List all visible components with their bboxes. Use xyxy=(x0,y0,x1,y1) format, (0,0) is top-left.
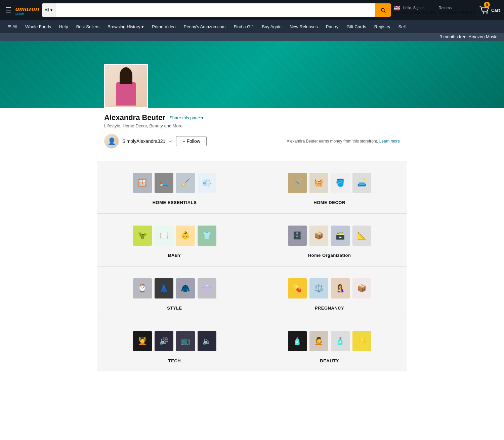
nav-item-browsing-history[interactable]: Browsing History ▾ xyxy=(104,22,147,31)
nav-item-best-sellers[interactable]: Best Sellers xyxy=(73,22,103,31)
hamburger-menu[interactable]: ☰ xyxy=(4,5,13,15)
category-label-beauty: BEAUTY xyxy=(320,358,339,363)
category-label-home-essentials: HOME ESSENTIALS xyxy=(153,200,197,205)
cat-img-shelf: 🗄️ xyxy=(288,226,307,246)
nav-item-find-gift[interactable]: Find a Gift xyxy=(230,22,257,31)
nav-find-gift-label: Find a Gift xyxy=(234,24,254,29)
category-images-tech: 💆 🔊 📺 🔈 xyxy=(133,329,216,353)
prime-top-label xyxy=(460,6,476,10)
nav-item-sell[interactable]: Sell xyxy=(395,22,409,31)
nav-item-prime-video[interactable]: Prime Video xyxy=(149,22,179,31)
language-label: EN xyxy=(394,11,399,15)
categories-section: 🪟 🛏️ 🧹 💨 HOME ESSENTIALS 🚿 🧺 🪣 🛋️ HOME D… xyxy=(97,154,407,378)
header-top: ☰ amazon prime All ▾ 🇺🇸 EN Hello, Sign i… xyxy=(0,0,504,20)
cat-img-alexa: 🔊 xyxy=(155,331,173,351)
profile-tagline: Lifestyle, Home Decor, Beauty and More xyxy=(104,123,400,128)
cat-img-basket: 🧺 xyxy=(309,173,328,193)
category-style[interactable]: ⌚ 👗 🧥 👚 STYLE xyxy=(97,267,252,319)
cart-block[interactable]: 0 Cart xyxy=(478,4,500,16)
cat-img-vitamins: 💊 xyxy=(288,278,307,298)
cat-img-top: 👗 xyxy=(155,278,173,298)
cat-img-scale: ⚖️ xyxy=(309,278,328,298)
logo-text: amazon xyxy=(15,5,39,12)
promo-bar: 3 months free: Amazon Music xyxy=(0,33,504,41)
cat-img-rack2: 🗃️ xyxy=(331,226,350,246)
cat-img-bedding: 🛋️ xyxy=(352,173,371,193)
search-icon xyxy=(380,7,386,13)
returns-block[interactable]: Returns & Orders xyxy=(439,6,458,15)
returns-bottom-label: & Orders xyxy=(439,10,458,15)
follow-button[interactable]: + Follow xyxy=(176,136,207,146)
avatar-small: 👤 xyxy=(104,134,119,149)
category-images-home-essentials: 🪟 🛏️ 🧹 💨 xyxy=(133,171,216,195)
cat-img-baby: 👶 xyxy=(176,226,195,246)
category-tech[interactable]: 💆 🔊 📺 🔈 TECH xyxy=(97,319,252,371)
profile-banner xyxy=(0,41,504,108)
prime-block[interactable]: Prime ▾ xyxy=(460,6,476,15)
cat-img-echo: 🔈 xyxy=(198,331,216,351)
cat-img-drawer: 📦 xyxy=(309,226,328,246)
profile-photo-banner xyxy=(104,64,148,108)
nav-item-help[interactable]: Help xyxy=(56,22,72,31)
language-selector[interactable]: 🇺🇸 EN xyxy=(393,5,400,15)
affiliate-learn-more-link[interactable]: Learn more xyxy=(379,139,400,144)
nav-item-gift-cards[interactable]: Gift Cards xyxy=(343,22,370,31)
nav-item-new-releases[interactable]: New Releases xyxy=(286,22,321,31)
search-input[interactable] xyxy=(55,3,375,17)
cat-img-dino: 🦖 xyxy=(133,226,152,246)
cat-img-plate: 🍽️ xyxy=(155,226,173,246)
profile-name-row: Alexandra Beuter Share this page ▾ xyxy=(104,113,400,122)
prime-label: prime xyxy=(15,12,24,15)
profile-name: Alexandra Beuter xyxy=(104,113,165,122)
nav-item-whole-foods[interactable]: Whole Foods xyxy=(22,22,54,31)
category-images-home-organization: 🗄️ 📦 🗃️ 📐 xyxy=(288,224,371,247)
search-button[interactable] xyxy=(375,3,391,17)
affiliate-text: Alexandra Beuter earns money from this s… xyxy=(287,139,378,144)
nav-pennys-label: Penny's Amazon.com xyxy=(184,24,226,29)
nav-browsing-history-label: Browsing History ▾ xyxy=(108,24,144,29)
svg-point-0 xyxy=(483,12,484,13)
category-images-beauty: 🧴 💆 🧴 🌟 xyxy=(288,329,371,353)
nav-item-all[interactable]: ☰ All xyxy=(4,22,20,31)
category-beauty[interactable]: 🧴 💆 🧴 🌟 BEAUTY xyxy=(252,319,407,371)
cat-img-blind: 🪟 xyxy=(133,173,152,193)
cat-img-pullover: 👚 xyxy=(198,278,216,298)
category-label-style: STYLE xyxy=(167,306,182,311)
cat-img-lady: 🤱 xyxy=(331,278,350,298)
category-pregnancy[interactable]: 💊 ⚖️ 🤱 📦 PREGNANCY xyxy=(252,267,407,319)
nav-item-buy-again[interactable]: Buy Again xyxy=(258,22,285,31)
nav-item-registry[interactable]: Registry xyxy=(371,22,394,31)
nav-item-pantry[interactable]: Pantry xyxy=(323,22,342,31)
nav-prime-video-label: Prime Video xyxy=(152,24,176,29)
cat-img-air: 💨 xyxy=(198,173,216,193)
cat-img-lotion: 🌟 xyxy=(352,331,371,351)
search-category-arrow: ▾ xyxy=(50,8,52,12)
category-home-essentials[interactable]: 🪟 🛏️ 🧹 💨 HOME ESSENTIALS xyxy=(97,161,252,213)
nav-best-sellers-label: Best Sellers xyxy=(76,24,99,29)
category-images-baby: 🦖 🍽️ 👶 👕 xyxy=(133,224,216,247)
cat-img-skincare: 🧴 xyxy=(331,331,350,351)
share-page-link[interactable]: Share this page ▾ xyxy=(169,115,204,120)
account-bottom-label: Account & Lists xyxy=(403,10,436,15)
nav-pantry-label: Pantry xyxy=(326,24,339,29)
category-images-home-decor: 🚿 🧺 🪣 🛋️ xyxy=(288,171,371,195)
nav-registry-label: Registry xyxy=(374,24,390,29)
prime-label-nav: Prime ▾ xyxy=(460,10,476,15)
category-label-home-organization: Home Organization xyxy=(308,253,351,258)
category-baby[interactable]: 🦖 🍽️ 👶 👕 BABY xyxy=(97,214,252,266)
category-images-style: ⌚ 👗 🧥 👚 xyxy=(133,277,216,300)
account-top-label: Hello, Sign in xyxy=(403,6,436,10)
category-home-organization[interactable]: 🗄️ 📦 🗃️ 📐 Home Organization xyxy=(252,214,407,266)
account-block[interactable]: Hello, Sign in Account & Lists xyxy=(403,6,436,15)
category-label-baby: BABY xyxy=(168,253,181,258)
search-bar: All ▾ xyxy=(42,3,391,17)
category-home-decor[interactable]: 🚿 🧺 🪣 🛋️ HOME DECOR xyxy=(252,161,407,213)
cart-label: Cart xyxy=(491,8,500,13)
amazon-logo[interactable]: amazon prime xyxy=(15,5,39,15)
search-category-dropdown[interactable]: All ▾ xyxy=(42,3,55,17)
nav-item-pennys[interactable]: Penny's Amazon.com xyxy=(180,22,229,31)
categories-grid: 🪟 🛏️ 🧹 💨 HOME ESSENTIALS 🚿 🧺 🪣 🛋️ HOME D… xyxy=(97,161,407,371)
cat-img-watch: ⌚ xyxy=(133,278,152,298)
handle-name: SimplyAlexandra321 xyxy=(122,138,165,144)
cat-img-pads: 📦 xyxy=(352,278,371,298)
